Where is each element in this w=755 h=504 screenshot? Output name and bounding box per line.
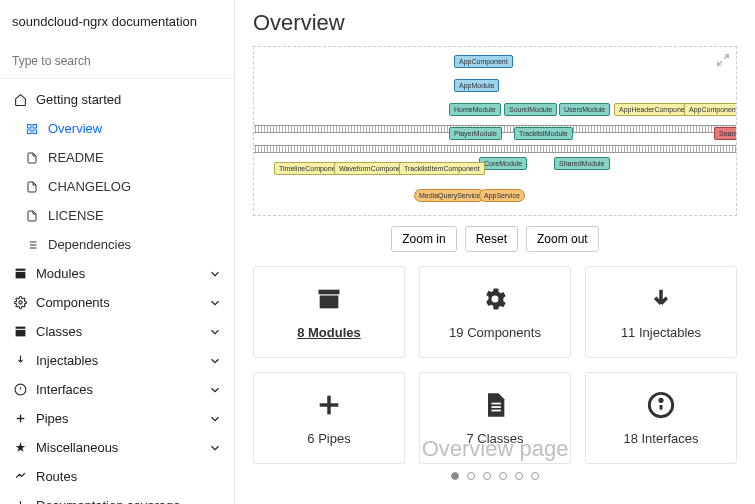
dot[interactable]	[515, 472, 523, 480]
plus-icon	[315, 391, 343, 419]
search-box	[0, 43, 234, 79]
overview-card[interactable]: 7 Classes	[419, 372, 571, 464]
diagram-node[interactable]: AppModule	[454, 79, 499, 92]
chevron-down-icon	[208, 441, 222, 455]
svg-rect-2	[33, 130, 37, 134]
home-icon	[12, 93, 28, 106]
diagram-node[interactable]: HomeModule	[449, 103, 501, 116]
svg-rect-0	[28, 124, 32, 128]
nav-group-label: Components	[36, 295, 110, 310]
nav-group-label: Interfaces	[36, 382, 93, 397]
nav-item-label: CHANGELOG	[48, 179, 131, 194]
reset-button[interactable]: Reset	[465, 226, 518, 252]
main-content: Overview AppComponentAppModuleHomeModule…	[235, 0, 755, 504]
card-label: 18 Interfaces	[623, 431, 698, 446]
nav-icon	[24, 210, 40, 222]
nav-icon	[12, 296, 28, 309]
overview-card[interactable]: 11 Injectables	[585, 266, 737, 358]
nav-group-getting-started[interactable]: Getting started	[0, 85, 234, 114]
diagram-controls: Zoom in Reset Zoom out	[253, 216, 737, 266]
overview-card[interactable]: 18 Interfaces	[585, 372, 737, 464]
diagram-node[interactable]: AppService	[479, 189, 525, 202]
overview-card[interactable]: 8 Modules	[253, 266, 405, 358]
nav-icon	[12, 325, 28, 338]
nav-group-label: Miscellaneous	[36, 440, 118, 455]
svg-rect-27	[492, 406, 501, 408]
sidebar-item[interactable]: Dependencies	[0, 230, 234, 259]
search-input[interactable]	[12, 54, 222, 68]
nav-item-label: README	[48, 150, 104, 165]
diagram-node[interactable]: MediaQueryService	[414, 189, 485, 202]
diagram-node[interactable]: PlayerModule	[449, 127, 502, 140]
sidebar-item[interactable]: CHANGELOG	[0, 172, 234, 201]
dot[interactable]	[499, 472, 507, 480]
nav-item-label: Overview	[48, 121, 102, 136]
nav-item-label: Dependencies	[48, 237, 131, 252]
nav-icon	[12, 354, 28, 367]
diagram-node[interactable]: TracklistItemComponent	[399, 162, 485, 175]
chevron-down-icon	[208, 383, 222, 397]
nav-icon	[24, 239, 40, 251]
svg-point-12	[18, 301, 21, 304]
nav-icon	[24, 152, 40, 164]
svg-rect-14	[15, 330, 25, 337]
nav-icon	[12, 412, 28, 425]
nav-icon	[12, 441, 28, 454]
chevron-down-icon	[208, 412, 222, 426]
nav-group[interactable]: Miscellaneous	[0, 433, 234, 462]
download-icon	[647, 285, 675, 313]
nav-group[interactable]: Components	[0, 288, 234, 317]
diagram-node[interactable]: SoundModule	[504, 103, 557, 116]
nav-group[interactable]: Injectables	[0, 346, 234, 375]
diagram-node[interactable]: SearchBarComponent	[714, 127, 737, 140]
svg-rect-22	[319, 289, 340, 294]
sidebar-nav: Getting started OverviewREADMECHANGELOGL…	[0, 79, 234, 504]
sidebar-item[interactable]: LICENSE	[0, 201, 234, 230]
app-title: soundcloud-ngrx documentation	[0, 0, 234, 43]
dot[interactable]	[483, 472, 491, 480]
svg-rect-26	[492, 402, 501, 404]
diagram-node[interactable]: CoreModule	[479, 157, 527, 170]
diagram-node[interactable]: TracklistModule	[514, 127, 573, 140]
nav-group[interactable]: Documentation coverage	[0, 491, 234, 504]
diagram-node[interactable]: SharedModule	[554, 157, 610, 170]
dot[interactable]	[467, 472, 475, 480]
overview-card[interactable]: 19 Components	[419, 266, 571, 358]
nav-group[interactable]: Modules	[0, 259, 234, 288]
zoom-in-button[interactable]: Zoom in	[391, 226, 456, 252]
nav-group[interactable]: Routes	[0, 462, 234, 491]
card-label: 7 Classes	[466, 431, 523, 446]
sidebar: soundcloud-ngrx documentation Getting st…	[0, 0, 235, 504]
diagram-node[interactable]: AppComponent	[684, 103, 737, 116]
zoom-out-button[interactable]: Zoom out	[526, 226, 599, 252]
nav-group[interactable]: Classes	[0, 317, 234, 346]
nav-group-label: Injectables	[36, 353, 98, 368]
card-label: 11 Injectables	[621, 325, 701, 340]
nav-item-label: LICENSE	[48, 208, 104, 223]
nav-group-label: Documentation coverage	[36, 498, 181, 504]
nav-group-label: Modules	[36, 266, 85, 281]
nav-group-label: Pipes	[36, 411, 69, 426]
nav-icon	[12, 267, 28, 280]
svg-rect-10	[15, 269, 25, 271]
dot[interactable]	[451, 472, 459, 480]
nav-icon	[12, 470, 28, 483]
svg-rect-13	[15, 327, 25, 329]
svg-rect-3	[28, 130, 32, 134]
svg-point-31	[660, 399, 662, 401]
svg-rect-11	[15, 272, 25, 279]
diagram-node[interactable]: AppComponent	[454, 55, 513, 68]
page-title: Overview	[253, 10, 737, 36]
dot[interactable]	[531, 472, 539, 480]
overview-card[interactable]: 6 Pipes	[253, 372, 405, 464]
sidebar-item[interactable]: README	[0, 143, 234, 172]
nav-group[interactable]: Interfaces	[0, 375, 234, 404]
module-diagram[interactable]: AppComponentAppModuleHomeModuleSoundModu…	[253, 46, 737, 216]
diagram-node[interactable]: UsersModule	[559, 103, 610, 116]
archive-icon	[315, 285, 343, 313]
info-icon	[647, 391, 675, 419]
svg-rect-23	[320, 295, 339, 308]
sidebar-item[interactable]: Overview	[0, 114, 234, 143]
nav-group-label: Classes	[36, 324, 82, 339]
nav-group[interactable]: Pipes	[0, 404, 234, 433]
